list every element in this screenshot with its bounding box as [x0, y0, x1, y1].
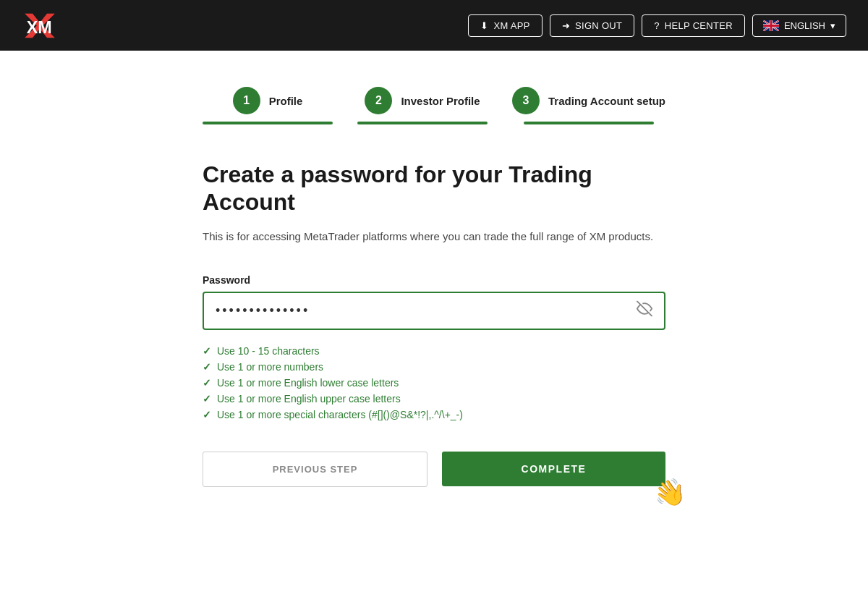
- check-icon-2: ✓: [203, 361, 211, 373]
- step-3: 3 Trading Account setup: [512, 87, 665, 124]
- action-buttons: PREVIOUS STEP COMPLETE 👋: [203, 452, 665, 487]
- step-2-number: 2: [375, 94, 382, 107]
- step-3-bar: [524, 122, 654, 124]
- validation-item: ✓ Use 1 or more numbers: [203, 359, 665, 375]
- chevron-down-icon: ▾: [830, 20, 835, 31]
- svg-rect-10: [763, 25, 779, 27]
- svg-text:XM: XM: [27, 18, 52, 37]
- validation-text-4: Use 1 or more English upper case letters: [217, 393, 401, 405]
- check-icon-3: ✓: [203, 377, 211, 389]
- cursor-hand-icon: 👋: [651, 475, 689, 511]
- xm-app-label: XM APP: [494, 20, 530, 31]
- complete-label: COMPLETE: [522, 463, 587, 475]
- eye-slash-icon: [637, 301, 652, 317]
- header: XM ⬇ XM APP ➜ SIGN OUT ? HELP CENTER: [0, 0, 868, 51]
- step-1-circle: 1: [233, 87, 260, 114]
- check-icon-4: ✓: [203, 393, 211, 405]
- validation-item: ✓ Use 1 or more special characters (#[](…: [203, 407, 665, 423]
- validation-item: ✓ Use 1 or more English lower case lette…: [203, 375, 665, 391]
- check-icon-5: ✓: [203, 409, 211, 420]
- main-content: 1 Profile 2 Investor Profile: [0, 51, 868, 597]
- steps-progress: 1 Profile 2 Investor Profile: [203, 87, 665, 124]
- step-2: 2 Investor Profile: [357, 87, 488, 124]
- download-icon: ⬇: [480, 20, 488, 31]
- signout-icon: ➜: [562, 20, 570, 31]
- step-3-label: Trading Account setup: [548, 95, 665, 107]
- previous-step-label: PREVIOUS STEP: [273, 464, 358, 475]
- header-buttons: ⬇ XM APP ➜ SIGN OUT ? HELP CENTER ENGLI: [468, 14, 846, 37]
- page-subtitle: This is for accessing MetaTrader platfor…: [203, 228, 665, 245]
- toggle-password-button[interactable]: [634, 298, 655, 323]
- step-1-number: 1: [243, 94, 250, 107]
- validation-item: ✓ Use 10 - 15 characters: [203, 343, 665, 359]
- validation-text-1: Use 10 - 15 characters: [217, 345, 320, 357]
- xm-app-button[interactable]: ⬇ XM APP: [468, 14, 542, 37]
- logo: XM: [22, 9, 58, 42]
- helpcenter-button[interactable]: ? HELP CENTER: [642, 14, 745, 37]
- step-1-bar: [203, 122, 333, 124]
- validation-text-2: Use 1 or more numbers: [217, 361, 323, 373]
- step-3-circle: 3: [512, 87, 540, 114]
- language-button[interactable]: ENGLISH ▾: [752, 14, 846, 37]
- password-field-wrapper: [203, 292, 665, 330]
- step-1-label: Profile: [269, 95, 303, 107]
- previous-step-button[interactable]: PREVIOUS STEP: [203, 452, 427, 487]
- signout-button[interactable]: ➜ SIGN OUT: [550, 14, 635, 37]
- signout-label: SIGN OUT: [575, 20, 622, 31]
- step-3-number: 3: [523, 94, 529, 107]
- step-2-bar: [357, 122, 488, 124]
- check-icon-1: ✓: [203, 345, 211, 357]
- page-title: Create a password for your Trading Accou…: [203, 161, 665, 216]
- xm-logo-icon: XM: [22, 9, 58, 42]
- password-label: Password: [203, 274, 665, 286]
- validation-list: ✓ Use 10 - 15 characters ✓ Use 1 or more…: [203, 343, 665, 423]
- validation-item: ✓ Use 1 or more English upper case lette…: [203, 391, 665, 407]
- step-2-label: Investor Profile: [401, 95, 480, 107]
- step-2-circle: 2: [365, 87, 392, 114]
- password-input[interactable]: [203, 292, 665, 330]
- language-label: ENGLISH: [784, 20, 825, 31]
- helpcenter-label: HELP CENTER: [665, 20, 733, 31]
- step-1: 1 Profile: [203, 87, 333, 124]
- validation-text-3: Use 1 or more English lower case letters: [217, 377, 399, 389]
- validation-text-5: Use 1 or more special characters (#[]()@…: [217, 409, 463, 420]
- complete-button[interactable]: COMPLETE 👋: [442, 452, 665, 486]
- help-icon: ?: [654, 20, 660, 31]
- uk-flag-icon: [763, 20, 779, 31]
